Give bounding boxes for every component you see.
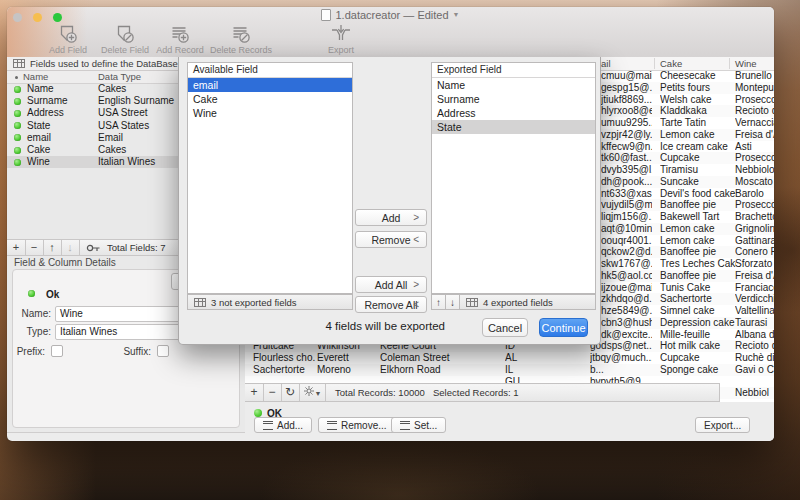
refresh-records-button[interactable]: ↻ <box>281 384 300 401</box>
table-cell-wine: Barolo <box>735 188 774 200</box>
toolbar-add-record-button[interactable]: Add Record <box>151 24 209 56</box>
suffix-label: Suffix: <box>117 346 151 357</box>
field-name: Wine <box>27 156 50 168</box>
column-header-data-type[interactable]: Data Type <box>98 71 141 82</box>
remove-record-mini-button[interactable]: − <box>263 384 282 401</box>
move-exported-down-button[interactable]: ↓ <box>445 294 460 310</box>
table-cell-email: umuu9295... <box>601 117 652 129</box>
table-cell-wine: Verdicchi <box>735 293 774 305</box>
prefix-checkbox[interactable] <box>51 345 63 357</box>
column-header-email[interactable]: ail <box>601 57 611 70</box>
table-cell-wine: Albana di <box>735 329 774 341</box>
records-gear-menu-button[interactable]: ▼ <box>299 384 326 401</box>
table-cell-cake: Welsh cake <box>660 94 736 106</box>
table-cell-cake: Depression cake <box>660 317 736 329</box>
toolbar-export-button[interactable]: Export <box>319 24 363 56</box>
table-cell-address: Coleman Street <box>380 352 500 364</box>
move-exported-up-button[interactable]: ↑ <box>431 294 446 310</box>
column-header-name[interactable]: Name <box>23 71 48 82</box>
toolbar-label: Delete Field <box>101 45 149 55</box>
add-field-icon <box>58 24 78 44</box>
field-ok-status-icon <box>28 290 35 297</box>
table-cell-email: vzpjr42@ly... <box>601 129 652 141</box>
cancel-label: Cancel <box>488 322 522 334</box>
document-proxy-icon[interactable] <box>321 9 331 21</box>
field-ok-status-icon <box>14 159 21 166</box>
field-data-type: USA States <box>98 120 149 132</box>
table-cell-wine: Nebbiolo <box>735 164 774 176</box>
remove-field-dialog-button[interactable]: Remove< <box>355 231 427 248</box>
export-button[interactable]: Export... <box>695 417 750 433</box>
toolbar-delete-records-button[interactable]: Delete Records <box>207 24 275 56</box>
toolbar-delete-field-button[interactable]: Delete Field <box>95 24 155 56</box>
field-name: Address <box>27 107 64 119</box>
table-cell-wine: Franciaco <box>735 282 774 294</box>
field-data-type: Email <box>98 132 123 144</box>
list-icon <box>400 421 410 430</box>
table-cell-state: AL <box>505 352 543 364</box>
add-label: Add <box>382 212 401 224</box>
remove-field-mini-button[interactable]: − <box>25 240 44 255</box>
export-summary-label: 4 fields will be exported <box>325 320 445 332</box>
continue-button[interactable]: Continue <box>539 318 588 337</box>
list-item[interactable]: Surname <box>432 92 595 106</box>
suffix-checkbox[interactable] <box>157 345 169 357</box>
list-item[interactable]: email <box>188 78 352 92</box>
table-grid-icon <box>13 59 25 68</box>
field-ok-status-icon <box>14 86 21 93</box>
move-field-down-button[interactable]: ↓ <box>61 240 80 255</box>
table-cell-wine: Sforzato d <box>735 258 774 270</box>
list-item[interactable]: State <box>432 120 595 134</box>
screen: 1.datacreator — Edited ▼ Add Field Delet… <box>0 0 800 500</box>
list-item[interactable]: Wine <box>188 106 352 120</box>
add-all-label: Add All <box>375 279 408 291</box>
set-records-button[interactable]: Set... <box>391 417 446 433</box>
remove-label: Remove <box>371 234 410 246</box>
table-cell-wine: Brachetto <box>735 211 774 223</box>
table-cell-email: cmuu@mail... <box>601 70 652 82</box>
toolbar-add-field-button[interactable]: Add Field <box>39 24 97 56</box>
table-cell-email: jtbqy@much... <box>590 352 652 364</box>
table-cell-cake: Tarte Tatin <box>660 117 736 129</box>
title-row: 1.datacreator — Edited ▼ <box>7 7 774 22</box>
table-cell-wine: Freisa d'A <box>735 129 774 141</box>
table-cell-wine: Gattinara <box>735 235 774 247</box>
cancel-button[interactable]: Cancel <box>482 318 528 337</box>
table-row[interactable]: Flourless cho...EverettColeman StreetALj… <box>245 352 774 364</box>
table-cell-cake: Banoffee pie <box>660 246 736 258</box>
table-cell-email: skw1767@... <box>601 258 652 270</box>
remove-all-fields-button[interactable]: Remove All< <box>355 296 427 313</box>
exported-fields-list: Exported Field NameSurnameAddressState <box>431 62 596 294</box>
available-fields-header[interactable]: Available Field <box>188 63 352 78</box>
add-record-mini-button[interactable]: + <box>245 384 264 401</box>
add-all-fields-button[interactable]: Add All> <box>355 276 427 293</box>
table-cell-cake: Bakewell Tart <box>660 211 736 223</box>
table-cell-cake: Cupcake <box>660 352 736 364</box>
table-row[interactable]: SachertorteMorenoElkhorn RoadILb...Spong… <box>245 364 774 376</box>
table-cell-cake: Cheesecake <box>660 70 736 82</box>
table-cell-cake: Sponge cake <box>660 364 736 376</box>
table-cell-wine: Prosecco <box>735 94 774 106</box>
column-header-wine[interactable]: Wine <box>735 57 757 70</box>
move-field-up-button[interactable]: ↑ <box>43 240 62 255</box>
exported-fields-footer: 4 exported fields <box>459 294 596 310</box>
add-records-button[interactable]: Add... <box>254 417 312 433</box>
column-divider <box>654 58 655 69</box>
list-item[interactable]: Address <box>432 106 595 120</box>
toolbar-label: Export <box>328 45 354 55</box>
remove-records-button[interactable]: Remove... <box>318 417 396 433</box>
column-header-cake[interactable]: Cake <box>660 57 682 70</box>
list-item[interactable]: Cake <box>188 92 352 106</box>
exported-fields-header[interactable]: Exported Field <box>432 63 595 78</box>
chevron-down-icon[interactable]: ▼ <box>453 11 460 18</box>
table-cell-wine: Brunello d <box>735 70 774 82</box>
add-field-dialog-button[interactable]: Add> <box>355 209 427 226</box>
available-fields-items: emailCakeWine <box>188 78 352 120</box>
list-item[interactable]: Name <box>432 78 595 92</box>
table-cell-cake: Lemon cake <box>660 235 736 247</box>
table-cell-state: IL <box>505 364 543 376</box>
add-field-mini-button[interactable]: + <box>7 240 26 255</box>
field-name: State <box>27 120 50 132</box>
field-data-type: Cakes <box>98 144 126 156</box>
table-cell-cake: Kladdkaka <box>660 105 736 117</box>
